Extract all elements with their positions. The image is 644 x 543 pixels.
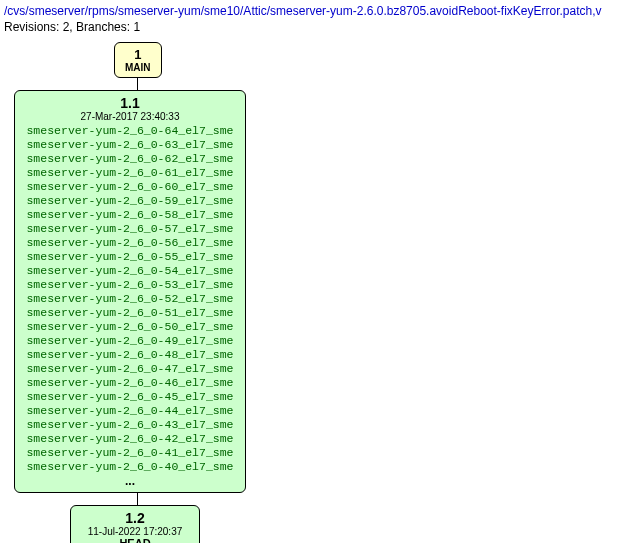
tag-link[interactable]: smeserver-yum-2_6_0-41_el7_sme xyxy=(21,446,239,460)
revision-node-1-2[interactable]: 1.2 11-Jul-2022 17:20:37 HEAD xyxy=(70,505,200,543)
revision-version: 1.1 xyxy=(21,95,239,111)
tag-link[interactable]: smeserver-yum-2_6_0-62_el7_sme xyxy=(21,152,239,166)
tag-link[interactable]: smeserver-yum-2_6_0-49_el7_sme xyxy=(21,334,239,348)
tag-link[interactable]: smeserver-yum-2_6_0-59_el7_sme xyxy=(21,194,239,208)
tag-link[interactable]: smeserver-yum-2_6_0-57_el7_sme xyxy=(21,222,239,236)
revision-date: 27-Mar-2017 23:40:33 xyxy=(21,111,239,122)
tag-link[interactable]: smeserver-yum-2_6_0-44_el7_sme xyxy=(21,404,239,418)
branch-label: MAIN xyxy=(125,62,151,73)
revisions-summary: Revisions: 2, Branches: 1 xyxy=(4,20,640,34)
revision-graph: 1 MAIN 1.1 27-Mar-2017 23:40:33 smeserve… xyxy=(14,42,640,543)
connector-line xyxy=(137,78,138,90)
file-path-link[interactable]: /cvs/smeserver/rpms/smeserver-yum/sme10/… xyxy=(4,4,602,18)
tag-link[interactable]: smeserver-yum-2_6_0-58_el7_sme xyxy=(21,208,239,222)
branch-number: 1 xyxy=(125,47,151,62)
tag-link[interactable]: smeserver-yum-2_6_0-52_el7_sme xyxy=(21,292,239,306)
tag-link[interactable]: smeserver-yum-2_6_0-61_el7_sme xyxy=(21,166,239,180)
revision-head-label: HEAD xyxy=(77,537,193,543)
tag-link[interactable]: smeserver-yum-2_6_0-46_el7_sme xyxy=(21,376,239,390)
tag-link[interactable]: smeserver-yum-2_6_0-48_el7_sme xyxy=(21,348,239,362)
tag-link[interactable]: smeserver-yum-2_6_0-60_el7_sme xyxy=(21,180,239,194)
tag-link[interactable]: smeserver-yum-2_6_0-63_el7_sme xyxy=(21,138,239,152)
tag-link[interactable]: smeserver-yum-2_6_0-55_el7_sme xyxy=(21,250,239,264)
revision-node-1-1[interactable]: 1.1 27-Mar-2017 23:40:33 smeserver-yum-2… xyxy=(14,90,246,493)
tag-list: smeserver-yum-2_6_0-64_el7_smesmeserver-… xyxy=(21,124,239,474)
tag-link[interactable]: smeserver-yum-2_6_0-53_el7_sme xyxy=(21,278,239,292)
tag-link[interactable]: smeserver-yum-2_6_0-50_el7_sme xyxy=(21,320,239,334)
tag-link[interactable]: smeserver-yum-2_6_0-45_el7_sme xyxy=(21,390,239,404)
tag-link[interactable]: smeserver-yum-2_6_0-40_el7_sme xyxy=(21,460,239,474)
tag-link[interactable]: smeserver-yum-2_6_0-42_el7_sme xyxy=(21,432,239,446)
tag-link[interactable]: smeserver-yum-2_6_0-56_el7_sme xyxy=(21,236,239,250)
tag-link[interactable]: smeserver-yum-2_6_0-47_el7_sme xyxy=(21,362,239,376)
tag-link[interactable]: smeserver-yum-2_6_0-54_el7_sme xyxy=(21,264,239,278)
tags-ellipsis: ... xyxy=(21,474,239,488)
tag-link[interactable]: smeserver-yum-2_6_0-51_el7_sme xyxy=(21,306,239,320)
branch-node-main[interactable]: 1 MAIN xyxy=(114,42,162,78)
tag-link[interactable]: smeserver-yum-2_6_0-43_el7_sme xyxy=(21,418,239,432)
revision-version: 1.2 xyxy=(77,510,193,526)
revision-date: 11-Jul-2022 17:20:37 xyxy=(77,526,193,537)
connector-line xyxy=(137,493,138,505)
tag-link[interactable]: smeserver-yum-2_6_0-64_el7_sme xyxy=(21,124,239,138)
